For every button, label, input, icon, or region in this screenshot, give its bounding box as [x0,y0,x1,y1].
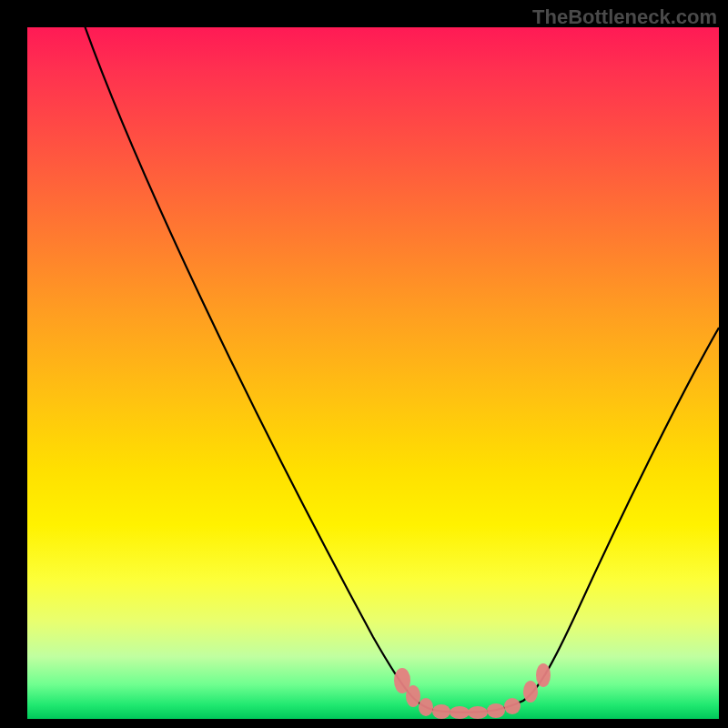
chart-svg [27,27,719,719]
svg-point-3 [432,704,450,719]
plot-area [27,27,719,719]
svg-point-9 [536,663,551,687]
bottleneck-curve [82,27,719,713]
svg-point-7 [504,698,521,714]
svg-point-2 [419,698,433,716]
svg-point-4 [450,706,470,719]
svg-point-6 [487,703,505,718]
svg-point-8 [523,681,538,703]
svg-point-5 [468,706,488,719]
watermark-text: TheBottleneck.com [532,5,717,29]
svg-point-1 [406,685,420,707]
optimal-zone-markers [394,663,551,719]
